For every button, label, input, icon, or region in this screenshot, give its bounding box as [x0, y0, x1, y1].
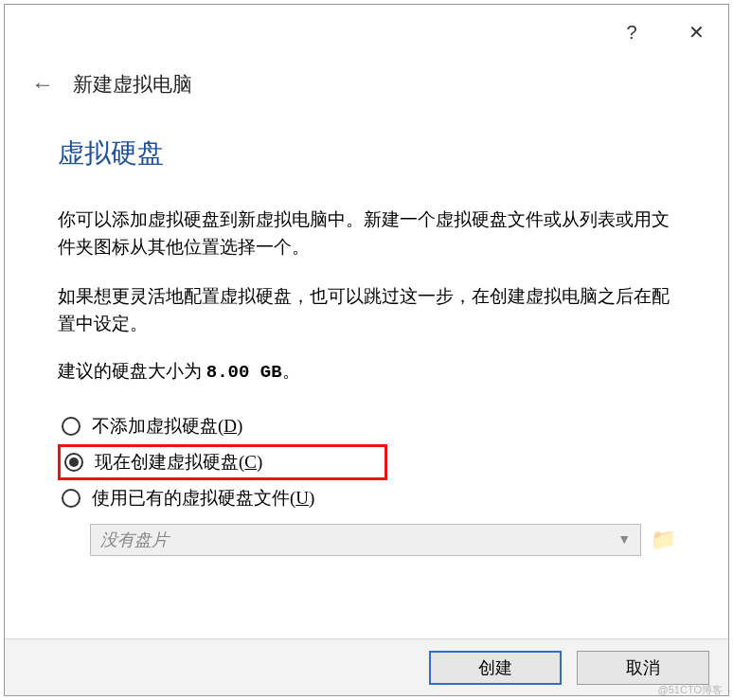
content-area: 虚拟硬盘 你可以添加虚拟硬盘到新虚拟电脑中。新建一个虚拟硬盘文件或从列表或用文件… — [5, 107, 728, 565]
wizard-title: 新建虚拟电脑 — [73, 71, 192, 98]
chevron-down-icon: ▼ — [617, 532, 631, 547]
combo-placeholder: 没有盘片 — [100, 529, 169, 551]
recommended-size: 建议的硬盘大小为 8.00 GB。 — [58, 359, 675, 384]
existing-disk-row: 没有盘片 ▼ 📁 — [90, 524, 675, 556]
browse-folder-icon: 📁 — [651, 528, 675, 552]
watermark: @51CTO博客 — [658, 683, 723, 697]
dialog-window: ? ✕ ← 新建虚拟电脑 虚拟硬盘 你可以添加虚拟硬盘到新虚拟电脑中。新建一个虚… — [4, 4, 729, 696]
help-icon[interactable]: ? — [613, 15, 651, 49]
cancel-button[interactable]: 取消 — [577, 651, 709, 685]
close-icon[interactable]: ✕ — [677, 15, 715, 49]
create-button[interactable]: 创建 — [429, 651, 562, 685]
disk-file-combo: 没有盘片 ▼ — [90, 524, 641, 556]
size-prefix: 建议的硬盘大小为 — [58, 361, 206, 381]
description-1: 你可以添加虚拟硬盘到新虚拟电脑中。新建一个虚拟硬盘文件或从列表或用文件夹图标从其… — [58, 206, 675, 261]
radio-label: 现在创建虚拟硬盘(C) — [95, 450, 262, 475]
radio-label: 使用已有的虚拟硬盘文件(U) — [92, 486, 314, 511]
radio-icon[interactable] — [62, 489, 80, 508]
radio-icon[interactable] — [62, 417, 80, 436]
titlebar: ? ✕ — [5, 5, 728, 52]
disk-option-2[interactable]: 使用已有的虚拟硬盘文件(U) — [58, 480, 675, 516]
radio-label: 不添加虚拟硬盘(D) — [92, 414, 242, 439]
size-value: 8.00 GB — [206, 362, 282, 383]
description-2: 如果想更灵活地配置虚拟硬盘，也可以跳过这一步，在创建虚拟电脑之后在配置中设定。 — [58, 282, 675, 338]
disk-option-group: 不添加虚拟硬盘(D)现在创建虚拟硬盘(C)使用已有的虚拟硬盘文件(U) — [58, 408, 675, 516]
disk-option-0[interactable]: 不添加虚拟硬盘(D) — [58, 408, 675, 444]
size-suffix: 。 — [282, 361, 300, 381]
dialog-footer: 创建 取消 — [5, 638, 728, 695]
section-title: 虚拟硬盘 — [58, 135, 675, 171]
wizard-header: ← 新建虚拟电脑 — [5, 52, 728, 107]
back-arrow-icon[interactable]: ← — [31, 73, 54, 96]
disk-option-1[interactable]: 现在创建虚拟硬盘(C) — [58, 444, 387, 480]
radio-icon[interactable] — [64, 453, 83, 472]
